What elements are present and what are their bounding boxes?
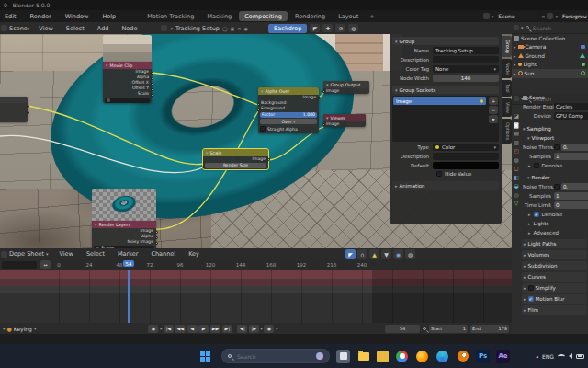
motion-blur-checkbox[interactable]: ✓ (528, 296, 534, 302)
collapse-icon[interactable]: ▾ (261, 88, 264, 94)
outliner-display-mode-icon[interactable] (514, 25, 519, 30)
tab-object-data[interactable]: ▽ (514, 201, 519, 206)
menu-key[interactable]: Key (187, 249, 201, 259)
current-frame-field[interactable]: 54 (385, 325, 420, 333)
render-subpanel-header[interactable]: ▾ Render (521, 173, 588, 182)
proportional-edit-icon[interactable]: ◉ (393, 249, 403, 259)
menu-add[interactable]: Add (96, 24, 111, 33)
volumes-panel-header[interactable]: ▸ Volumes (522, 250, 587, 260)
tab-compositing[interactable]: Compositing (239, 11, 288, 21)
sidebar-tab-view[interactable]: View (502, 98, 512, 117)
sidebar-tab-group[interactable]: Group (502, 36, 512, 57)
sidebar-tab-options[interactable]: Options (502, 119, 512, 144)
chevron-down-icon[interactable]: ▾ (170, 26, 173, 31)
chevron-down-icon[interactable]: ▾ (555, 14, 558, 19)
render-denoise-row[interactable]: ▸ ✓ Denoise (521, 210, 588, 219)
timeline-ruler[interactable]: ↔ 0 24 48 72 96 120 144 168 192 216 240 … (0, 259, 512, 270)
menu-help[interactable]: Help (100, 12, 118, 21)
viewport-denoise-checkbox[interactable] (534, 163, 539, 168)
mesh-data-icon[interactable] (580, 53, 585, 58)
fake-user-icon[interactable]: ◯ (222, 26, 228, 31)
sun-data-icon[interactable] (581, 71, 585, 75)
render-layers-node[interactable]: ▾ Render Layers Image Alpha Noisy Image … (92, 189, 156, 248)
render-samples-field[interactable]: 1 (554, 192, 588, 200)
collapse-icon[interactable]: ▾ (326, 115, 329, 121)
menu-view[interactable]: View (57, 249, 74, 259)
render-layers-scene-field[interactable]: Scene (94, 246, 154, 248)
sidebar-tab-tool[interactable]: Tool (502, 80, 512, 97)
movie-clip-datablock[interactable] (105, 98, 150, 103)
after-effects-icon[interactable]: Ae (496, 350, 510, 363)
outliner-scene-collection[interactable]: Scene Collection (512, 34, 588, 43)
camera-data-icon[interactable] (581, 45, 585, 49)
chevron-down-icon[interactable]: ▾ (521, 25, 524, 30)
tab-layout[interactable]: Layout (333, 11, 364, 21)
wifi-icon[interactable] (558, 354, 565, 359)
socket-list-item-image[interactable]: Image (393, 97, 486, 105)
overlays-toggle-icon[interactable]: ◍ (348, 24, 358, 32)
tab-masking[interactable]: Masking (201, 11, 237, 21)
minimize-button[interactable]: — (538, 2, 544, 8)
view-layer-selector[interactable]: Foreground (560, 12, 587, 20)
tab-modifiers[interactable]: ◧ (514, 175, 519, 180)
add-socket-button[interactable]: + (489, 97, 498, 105)
photoshop-icon[interactable]: Ps (476, 350, 490, 363)
default-color-swatch[interactable] (433, 162, 499, 169)
windows-start-button[interactable] (200, 351, 210, 362)
outliner-item-camera[interactable]: ▸ Camera (512, 43, 588, 52)
editor-type-icon[interactable] (1, 251, 7, 258)
expand-icon[interactable]: ▸ (514, 44, 516, 50)
outliner-search-input[interactable] (531, 24, 568, 32)
outliner-item-sun[interactable]: ▸ Sun (512, 69, 588, 78)
tab-view-layer[interactable]: ▥ (514, 140, 519, 145)
tab-object[interactable]: ◻ (514, 166, 519, 171)
snapping-toggle-icon[interactable]: ⊘ (335, 24, 345, 32)
snap-magnet-icon[interactable]: ∩ (357, 249, 368, 259)
lights-subpanel-header[interactable]: ▸ Lights (521, 219, 588, 228)
time-limit-field[interactable]: 0 (554, 201, 588, 209)
render-noise-threshold-field[interactable]: 0. (561, 183, 588, 190)
dope-sheet-mode[interactable]: Dope Sheet (9, 250, 44, 258)
step-forward-button[interactable]: |▶ (249, 325, 259, 333)
node-editor-canvas[interactable]: ▾ Movie Clip Image Alpha Offset X Offset… (0, 34, 512, 248)
unlink-icon[interactable]: ✕ (237, 26, 241, 31)
start-frame-field[interactable]: Start1 (429, 325, 468, 333)
next-keyframe-button[interactable]: ▶▶ (210, 325, 221, 333)
viewport-denoise-row[interactable]: ▸ Denoise (521, 161, 588, 170)
sampling-panel-header[interactable]: ▾ Sampling (521, 124, 588, 133)
firefox-icon[interactable] (415, 350, 429, 363)
socket-description-field[interactable] (433, 153, 499, 160)
scale-node[interactable]: ▾ Scale Image Render Size (203, 149, 268, 169)
playhead-frame-badge[interactable]: 54 (123, 260, 134, 267)
volume-icon[interactable] (569, 353, 572, 359)
menu-marker[interactable]: Marker (116, 249, 140, 259)
simplify-checkbox[interactable] (528, 285, 534, 291)
chevron-down-icon[interactable]: ▾ (3, 326, 6, 331)
pin-icon[interactable]: ◉ (244, 26, 248, 31)
menu-select[interactable]: Select (64, 24, 86, 33)
color-tag-dropdown[interactable]: None ▾ (433, 65, 499, 73)
tab-scene[interactable]: ◰ (514, 148, 519, 154)
battery-icon[interactable] (576, 354, 584, 359)
prev-keyframe-button[interactable]: ◀◀ (175, 325, 186, 333)
scene-selector[interactable]: Scene (495, 12, 539, 20)
properties-filter-icon[interactable] (514, 96, 519, 101)
movie-clip-node[interactable]: ▾ Movie Clip Image Alpha Offset X Offset… (103, 35, 152, 104)
select-tool-icon[interactable]: ◤ (345, 249, 356, 259)
editor-type-icon[interactable] (1, 25, 7, 31)
play-reverse-button[interactable]: ◀ (187, 325, 198, 333)
device-dropdown[interactable]: GPU Comp (554, 112, 588, 120)
language-indicator[interactable]: ENG (542, 353, 554, 360)
playhead-line[interactable] (128, 270, 130, 323)
node-tree-type[interactable]: Scene (9, 25, 28, 32)
remove-socket-button[interactable]: − (489, 106, 498, 114)
clipped-node[interactable] (0, 97, 28, 122)
dope-sheet-channels[interactable] (0, 270, 512, 323)
task-view-icon[interactable] (336, 350, 350, 363)
node-width-field[interactable]: 140 (433, 75, 499, 82)
group-name-field[interactable]: Tracking Setup (433, 47, 499, 54)
light-data-icon[interactable] (582, 63, 585, 66)
edge-icon[interactable] (435, 350, 449, 363)
alpha-over-node[interactable]: ▾ Alpha Over Image Background Foreground… (258, 87, 319, 133)
blender-icon[interactable] (456, 350, 469, 363)
